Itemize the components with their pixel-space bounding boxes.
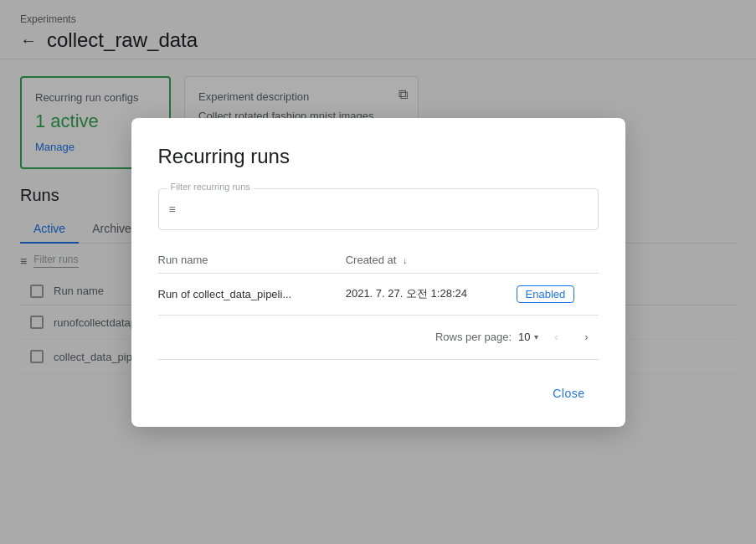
next-page-button[interactable]: › [575,326,599,349]
recurring-runs-modal: Recurring runs Filter recurring runs ≡ R… [131,118,625,427]
rows-per-page-value: 10 [518,331,530,343]
pagination-row: Rows per page: 10 ▾ ‹ › [158,326,599,349]
filter-box: Filter recurring runs ≡ [158,188,599,230]
table-row: Run of collect_data_pipeli... 2021. 7. 2… [158,273,599,315]
modal-footer: Close [158,373,599,407]
status-badge[interactable]: Enabled [517,285,575,303]
rows-per-page-label: Rows per page: [435,331,512,343]
filter-box-label: Filter recurring runs [167,182,254,192]
close-button[interactable]: Close [539,380,598,407]
table-tbody: Run of collect_data_pipeli... 2021. 7. 2… [158,273,599,315]
sort-icon: ↓ [403,255,408,265]
recurring-runs-table: Run name Created at ↓ Run of collect_dat… [158,247,599,316]
col-header-created-at[interactable]: Created at ↓ [346,247,517,274]
modal-divider [158,359,599,360]
table-header-row: Run name Created at ↓ [158,247,599,274]
filter-input-row: ≡ [169,192,588,226]
run-name-cell: Run of collect_data_pipeli... [158,273,346,315]
table-thead: Run name Created at ↓ [158,247,599,274]
rows-per-page-select[interactable]: 10 ▾ [518,331,537,343]
col-header-status [517,247,599,274]
modal-filter-icon: ≡ [169,203,176,216]
prev-page-button[interactable]: ‹ [545,326,568,349]
chevron-down-icon: ▾ [534,332,538,341]
modal-overlay: Recurring runs Filter recurring runs ≡ R… [0,0,756,544]
col-header-run-name: Run name [158,247,346,274]
filter-recurring-runs-input[interactable] [183,203,588,216]
created-at-cell: 2021. 7. 27. 오전 1:28:24 [346,273,517,315]
modal-title: Recurring runs [158,145,599,168]
status-cell: Enabled [517,273,599,315]
